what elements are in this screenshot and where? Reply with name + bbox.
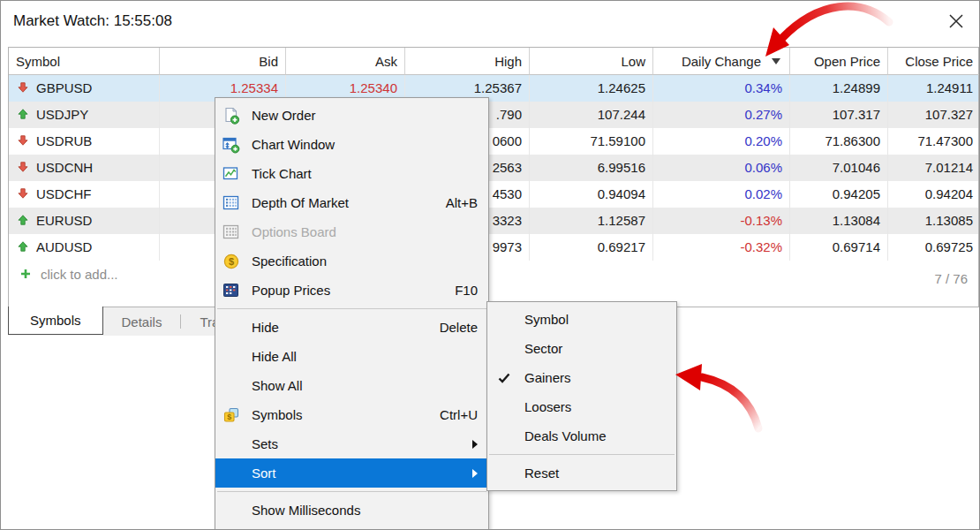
- tab-symbols[interactable]: Symbols: [8, 307, 103, 335]
- menu-item-new-order[interactable]: New Order: [215, 101, 488, 130]
- symbols-counter: 7 / 76: [934, 266, 968, 292]
- menu-shortcut: Alt+B: [428, 195, 478, 210]
- submenu-item-sector[interactable]: Sector: [487, 334, 676, 363]
- menu-item-specification[interactable]: $Specification: [215, 246, 488, 276]
- menu-item-label: Sort: [252, 466, 276, 481]
- new-order-icon: [222, 107, 240, 125]
- open-price-value: 0.69714: [790, 234, 888, 261]
- tick-chart-icon: [222, 165, 240, 183]
- empty-icon-slot: [222, 502, 240, 519]
- empty-icon-slot: [222, 435, 240, 453]
- symbol-cell: USDCHF: [9, 181, 160, 208]
- open-price-value: 107.317: [790, 102, 888, 128]
- submenu-item-loosers[interactable]: Loosers: [487, 392, 676, 421]
- symbol-name: USDJPY: [36, 102, 88, 128]
- menu-shortcut: Delete: [422, 320, 478, 335]
- column-header-low[interactable]: Low: [530, 48, 653, 75]
- daily-change-value: -0.13%: [653, 208, 790, 234]
- close-price-value: 107.327: [888, 102, 980, 128]
- table-row-eurusd[interactable]: EURUSD33231.12587-0.13%1.130841.13085: [9, 208, 978, 234]
- sort-descending-icon[interactable]: [772, 58, 780, 64]
- low-value: 1.12587: [530, 208, 653, 234]
- column-header-bid[interactable]: Bid: [160, 48, 286, 75]
- close-price-value: 0.94204: [888, 181, 980, 208]
- tick-down-icon: [18, 75, 28, 102]
- submenu-item-deals-volume[interactable]: Deals Volume: [487, 421, 676, 450]
- tick-up-icon: [18, 208, 28, 234]
- close-price-value: 1.24911: [888, 75, 980, 102]
- menu-item-chart-window[interactable]: Chart Window: [215, 130, 488, 159]
- chart-window-icon: [222, 136, 240, 154]
- tick-down-icon: [18, 128, 28, 155]
- table-row-usdrub[interactable]: USDRUB060071.591000.20%71.8630071.47300: [9, 128, 978, 155]
- add-symbol-label: click to add...: [41, 267, 118, 282]
- table-row-usdjpy[interactable]: USDJPY.790107.2440.27%107.317107.327: [9, 102, 978, 128]
- menu-item-depth-of-market[interactable]: Depth Of MarketAlt+B: [215, 188, 488, 217]
- menu-item-label: Tick Chart: [252, 166, 312, 181]
- depth-of-market-icon: [222, 194, 240, 212]
- column-header-label: Open Price: [814, 54, 880, 69]
- table-row-audusd[interactable]: AUDUSD99730.69217-0.32%0.697140.69725: [9, 234, 978, 261]
- daily-change-value: 0.27%: [653, 102, 790, 128]
- column-header-close-price[interactable]: Close Price: [888, 48, 980, 75]
- empty-icon-slot: [222, 348, 240, 366]
- table-row-gbpusd[interactable]: GBPUSD1.253341.253401.253671.246250.34%1…: [9, 75, 978, 102]
- submenu-item-gainers[interactable]: Gainers: [487, 363, 676, 392]
- submenu-arrow-icon: [472, 440, 478, 449]
- submenu-arrow-icon: [472, 469, 478, 478]
- symbol-cell: AUDUSD: [9, 234, 160, 261]
- submenu-item-reset[interactable]: Reset: [487, 458, 676, 488]
- menu-item-show-milliseconds[interactable]: Show Milliseconds: [215, 496, 488, 525]
- column-header-open-price[interactable]: Open Price: [790, 48, 888, 75]
- tick-up-icon: [18, 234, 28, 261]
- open-price-value: 1.24899: [790, 75, 888, 102]
- menu-item-label: Chart Window: [252, 137, 335, 152]
- close-price-value: 71.47300: [888, 128, 980, 155]
- specification-icon: $: [222, 253, 240, 270]
- menu-item-sort[interactable]: Sort: [215, 458, 488, 488]
- svg-text:$: $: [227, 413, 231, 421]
- menu-item-label: Depth Of Market: [252, 195, 349, 210]
- column-header-high[interactable]: High: [405, 48, 530, 75]
- column-header-label: Close Price: [905, 54, 973, 69]
- menu-item-show-all[interactable]: Show All: [215, 371, 488, 400]
- column-header-ask[interactable]: Ask: [286, 48, 405, 75]
- close-price-value: 0.69725: [888, 234, 980, 261]
- menu-item-options-board: Options Board: [215, 217, 488, 246]
- column-header-daily-change[interactable]: Daily Change: [653, 48, 790, 75]
- add-symbol-row[interactable]: click to add...: [9, 261, 978, 287]
- annotation-arrow-to-sort-submenu: [661, 347, 780, 440]
- daily-change-value: 0.34%: [653, 75, 790, 102]
- symbol-cell: GBPUSD: [9, 75, 160, 102]
- empty-icon-slot: [222, 319, 240, 337]
- symbol-cell: USDJPY: [9, 102, 160, 128]
- menu-item-symbols[interactable]: $SymbolsCtrl+U: [215, 400, 488, 429]
- open-price-value: 71.86300: [790, 128, 888, 155]
- menu-item-sets[interactable]: Sets: [215, 429, 488, 458]
- titlebar: Market Watch: 15:55:08: [1, 1, 979, 47]
- menu-item-label: Show All: [252, 378, 303, 393]
- tab-details[interactable]: Details: [103, 307, 181, 336]
- menu-item-tick-chart[interactable]: Tick Chart: [215, 159, 488, 188]
- column-header-label: Ask: [375, 54, 397, 69]
- symbol-name: USDRUB: [36, 128, 92, 155]
- symbol-cell: USDCNH: [9, 155, 160, 181]
- menu-separator: [489, 454, 675, 455]
- submenu-item-symbol[interactable]: Symbol: [487, 305, 676, 334]
- table-row-usdchf[interactable]: USDCHF45300.940940.02%0.942050.94204: [9, 181, 978, 208]
- menu-item-label: Hide All: [252, 349, 297, 364]
- tick-up-icon: [18, 102, 28, 128]
- menu-item-label: New Order: [252, 108, 316, 123]
- menu-item-popup-prices[interactable]: Popup PricesF10: [215, 276, 488, 305]
- close-icon[interactable]: [947, 12, 965, 30]
- menu-item-hide[interactable]: HideDelete: [215, 313, 488, 342]
- quotes-table: SymbolBidAskHighLowDaily ChangeOpen Pric…: [8, 47, 979, 307]
- daily-change-value: 0.20%: [653, 128, 790, 155]
- symbol-name: EURUSD: [36, 208, 92, 234]
- sort-submenu: SymbolSectorGainersLoosersDeals VolumeRe…: [486, 301, 677, 491]
- menu-item-hide-all[interactable]: Hide All: [215, 342, 488, 371]
- menu-item-label: Specification: [252, 254, 327, 269]
- low-value: 6.99516: [530, 155, 653, 181]
- table-row-usdcnh[interactable]: USDCNH25636.995160.06%7.010467.01214: [9, 155, 978, 181]
- column-header-symbol[interactable]: Symbol: [9, 48, 160, 75]
